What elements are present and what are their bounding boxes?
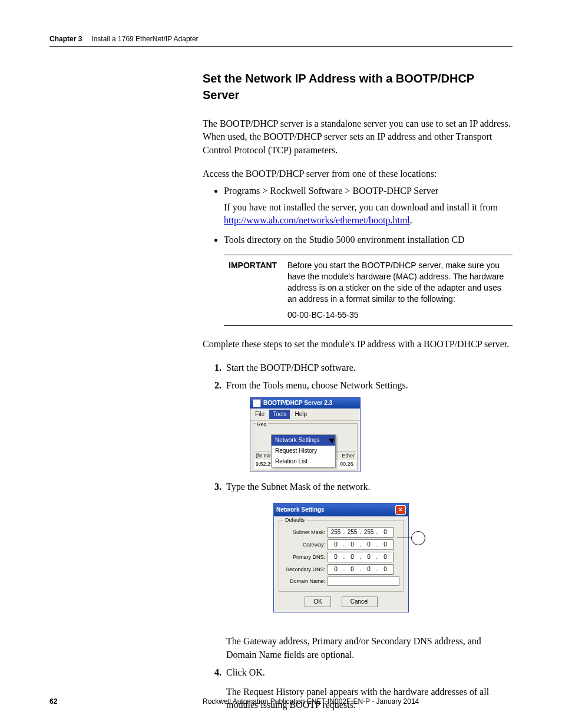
list-item: Programs > Rockwell Software > BOOTP-DHC… bbox=[224, 185, 513, 228]
important-box: IMPORTANT Before you start the BOOTP/DHC… bbox=[224, 255, 513, 325]
steps-list: Start the BOOTP/DHCP software. From the … bbox=[203, 361, 513, 711]
dot-icon: . bbox=[343, 528, 345, 536]
window-titlebar: BOOTP/DHCP Server 2.3 bbox=[250, 398, 360, 409]
step-text: Start the BOOTP/DHCP software. bbox=[226, 363, 356, 373]
dot-icon: . bbox=[359, 565, 362, 574]
cancel-button[interactable]: Cancel bbox=[342, 597, 378, 607]
section-title: Set the Network IP Address with a BOOTP/… bbox=[203, 70, 513, 103]
page-header: Chapter 3 Install a 1769 EtherNet/IP Ada… bbox=[49, 33, 513, 47]
gateway-label: Gateway: bbox=[283, 541, 325, 549]
octet: 0 bbox=[346, 541, 359, 549]
menubar: File Tools Help bbox=[250, 409, 360, 421]
chapter-title: Install a 1769 EtherNet/IP Adapter bbox=[91, 35, 198, 43]
publication-info: Rockwell Automation Publication ENET-IN0… bbox=[203, 697, 513, 706]
dot-icon: . bbox=[376, 528, 378, 536]
group-label: Req bbox=[256, 421, 268, 427]
download-link[interactable]: http://www.ab.com/networks/ethernet/boot… bbox=[224, 215, 410, 225]
dialog-titlebar: Network Settings × bbox=[274, 503, 408, 516]
chapter-label: Chapter 3 bbox=[49, 35, 82, 43]
important-text: Before you start the BOOTP/DHCP server, … bbox=[287, 260, 510, 320]
domain-row: Domain Name: bbox=[283, 577, 399, 586]
dot-icon: . bbox=[376, 553, 378, 561]
request-group: Req Network Settings Request History Rel… bbox=[253, 423, 358, 470]
menu-file[interactable]: File bbox=[252, 410, 268, 419]
close-icon[interactable]: × bbox=[395, 505, 406, 515]
dot-icon: . bbox=[343, 565, 345, 574]
bullet-text: Programs > Rockwell Software > BOOTP-DHC… bbox=[224, 186, 438, 196]
bullet-subtext: If you have not installed the server, yo… bbox=[224, 201, 513, 228]
step-text: From the Tools menu, choose Network Sett… bbox=[226, 380, 408, 390]
primary-dns-label: Primary DNS: bbox=[283, 554, 325, 561]
dot-icon: . bbox=[343, 541, 345, 549]
step-item: From the Tools menu, choose Network Sett… bbox=[224, 379, 513, 472]
ok-button[interactable]: OK bbox=[305, 597, 330, 607]
menu-item-network-settings[interactable]: Network Settings bbox=[272, 435, 335, 446]
page-footer: 62 Rockwell Automation Publication ENET-… bbox=[49, 697, 513, 706]
octet: 0 bbox=[379, 565, 392, 574]
list-item: Tools directory on the Studio 5000 envir… bbox=[224, 233, 513, 246]
step-item: Start the BOOTP/DHCP software. bbox=[224, 361, 513, 374]
dialog-body: Defaults Subnet Mask: 255. 255. 255. 0 bbox=[274, 516, 408, 612]
callout-circle-icon bbox=[411, 531, 425, 545]
sdns-row: Secondary DNS: 0. 0. 0. 0 bbox=[283, 564, 399, 575]
subnet-label: Subnet Mask: bbox=[283, 529, 325, 536]
domain-name-label: Domain Name: bbox=[283, 578, 325, 585]
primary-dns-input[interactable]: 0. 0. 0. 0 bbox=[328, 552, 394, 562]
subtext-post: . bbox=[410, 215, 412, 225]
dot-icon: . bbox=[359, 528, 362, 536]
domain-name-input[interactable] bbox=[328, 577, 399, 586]
defaults-group: Defaults Subnet Mask: 255. 255. 255. 0 bbox=[279, 520, 404, 592]
menu-tools[interactable]: Tools bbox=[269, 410, 290, 419]
octet: 0 bbox=[329, 541, 342, 549]
secondary-dns-label: Secondary DNS: bbox=[283, 566, 325, 574]
menu-item-relation-list[interactable]: Relation List bbox=[272, 456, 335, 467]
subnet-mask-input[interactable]: 255. 255. 255. 0 bbox=[328, 527, 394, 538]
octet: 0 bbox=[346, 553, 359, 561]
menu-help[interactable]: Help bbox=[291, 410, 310, 419]
access-paragraph: Access the BOOTP/DHCP server from one of… bbox=[203, 167, 513, 180]
app-icon bbox=[253, 399, 261, 407]
octet: 255 bbox=[346, 528, 359, 536]
octet: 0 bbox=[379, 528, 392, 536]
dot-icon: . bbox=[343, 553, 345, 561]
window-title: BOOTP/DHCP Server 2.3 bbox=[263, 399, 332, 407]
bullet-text: Tools directory on the Studio 5000 envir… bbox=[224, 235, 465, 245]
important-body: Before you start the BOOTP/DHCP server, … bbox=[287, 260, 510, 305]
step-note: The Gateway address, Primary and/or Seco… bbox=[226, 635, 513, 661]
complete-paragraph: Complete these steps to set the module's… bbox=[203, 338, 513, 351]
screenshot-wrap: Network Settings × Defaults Subnet Mask:… bbox=[250, 498, 409, 621]
subnet-row: Subnet Mask: 255. 255. 255. 0 bbox=[283, 527, 399, 538]
step-item: Type the Subnet Mask of the network. Net… bbox=[224, 480, 513, 661]
octet: 0 bbox=[379, 541, 392, 549]
subtext-pre: If you have not installed the server, yo… bbox=[224, 202, 498, 212]
octet: 0 bbox=[329, 553, 342, 561]
dot-icon: . bbox=[359, 541, 362, 549]
octet: 0 bbox=[346, 565, 359, 574]
gateway-row: Gateway: 0. 0. 0. 0 bbox=[283, 539, 399, 550]
secondary-dns-input[interactable]: 0. 0. 0. 0 bbox=[328, 564, 394, 575]
gateway-input[interactable]: 0. 0. 0. 0 bbox=[328, 539, 394, 550]
octet: 0 bbox=[362, 565, 375, 574]
main-content: Set the Network IP Address with a BOOTP/… bbox=[203, 70, 513, 711]
dot-icon: . bbox=[359, 553, 362, 561]
octet: 255 bbox=[329, 528, 342, 536]
dialog-title: Network Settings bbox=[276, 506, 325, 514]
col-ether: Ether bbox=[342, 452, 355, 460]
dot-icon: . bbox=[376, 541, 378, 549]
step-text: Click OK. bbox=[226, 667, 265, 677]
group-label: Defaults bbox=[283, 516, 307, 524]
window-body: Req Network Settings Request History Rel… bbox=[250, 421, 360, 470]
tools-dropdown: Network Settings Request History Relatio… bbox=[271, 434, 336, 467]
octet: 0 bbox=[362, 553, 375, 561]
menu-item-request-history[interactable]: Request History bbox=[272, 446, 335, 456]
important-label: IMPORTANT bbox=[226, 260, 287, 320]
pdns-row: Primary DNS: 0. 0. 0. 0 bbox=[283, 552, 399, 562]
octet: 0 bbox=[329, 565, 342, 574]
dialog-buttons: OK Cancel bbox=[279, 597, 404, 607]
locations-list: Programs > Rockwell Software > BOOTP-DHC… bbox=[203, 185, 513, 247]
screenshot-network-settings: Network Settings × Defaults Subnet Mask:… bbox=[273, 503, 409, 612]
octet: 0 bbox=[362, 541, 375, 549]
octet: 255 bbox=[362, 528, 375, 536]
page-number: 62 bbox=[49, 697, 203, 706]
screenshot-bootp-server: BOOTP/DHCP Server 2.3 File Tools Help Re… bbox=[250, 397, 361, 472]
